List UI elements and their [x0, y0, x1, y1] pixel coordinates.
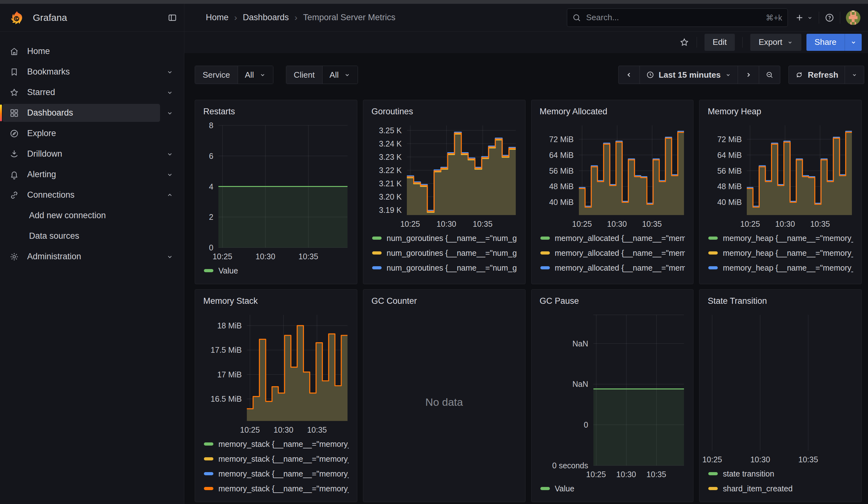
- legend-item[interactable]: num_goroutines {__name__="num_go: [372, 277, 517, 279]
- y-axis-tick-label: 2: [209, 213, 213, 222]
- help-button[interactable]: [825, 13, 834, 22]
- sidebar-item-drilldown[interactable]: Drilldown: [2, 145, 160, 163]
- sidebar-row-home: Home: [2, 42, 179, 60]
- legend-item[interactable]: memory_stack {__name__="memory_s: [204, 453, 349, 465]
- new-menu-button[interactable]: [795, 13, 813, 22]
- legend-item[interactable]: Value: [540, 483, 685, 495]
- share-button[interactable]: Share: [806, 34, 845, 51]
- refresh-button[interactable]: Refresh: [788, 66, 845, 84]
- refresh-icon: [795, 71, 803, 79]
- sidebar-item-label: Starred: [27, 88, 55, 97]
- legend-item[interactable]: memory_allocated {__name__="memo: [540, 247, 685, 259]
- plot-region[interactable]: [579, 125, 684, 215]
- edit-button[interactable]: Edit: [704, 34, 735, 51]
- sidebar-item-home[interactable]: Home: [2, 42, 179, 60]
- plot-region[interactable]: [747, 125, 852, 215]
- sidebar-item-administration[interactable]: Administration: [2, 248, 160, 266]
- legend-item[interactable]: state transition: [708, 468, 853, 480]
- chart-area: 72 MiB64 MiB56 MiB48 MiB40 MiB: [540, 125, 685, 215]
- panel-title[interactable]: GC Counter: [372, 295, 517, 307]
- x-axis: 10:2510:3010:35: [747, 216, 852, 229]
- client-filter[interactable]: Client All: [286, 66, 358, 84]
- legend-item[interactable]: memory_stack {__name__="memory_s: [204, 438, 349, 450]
- legend-item[interactable]: memory_allocated {__name__="memo: [540, 262, 685, 274]
- x-axis-tick-label: 10:25: [240, 425, 260, 434]
- sidebar-item-data-sources[interactable]: Data sources: [2, 227, 179, 245]
- sidebar-expand-toggle-alerting[interactable]: [160, 165, 179, 184]
- favorite-star-button[interactable]: [680, 38, 689, 47]
- time-range-picker-button[interactable]: Last 15 minutes: [640, 66, 738, 84]
- sidebar-expand-toggle-starred[interactable]: [160, 83, 179, 101]
- sidebar-item-connections[interactable]: Connections: [2, 186, 160, 204]
- service-filter-value[interactable]: All: [238, 66, 273, 84]
- user-avatar[interactable]: [846, 10, 860, 25]
- sidebar-item-explore[interactable]: Explore: [2, 124, 179, 142]
- sidebar-item-alerting[interactable]: Alerting: [2, 165, 160, 184]
- panel-title[interactable]: State Transition: [707, 295, 853, 307]
- y-axis-tick-label: 17.5 MiB: [210, 346, 242, 354]
- legend-item[interactable]: memory_heap {__name__="memory_h: [708, 262, 853, 274]
- share-button-group: Share: [806, 34, 862, 51]
- time-shift-back-button[interactable]: [618, 66, 640, 84]
- breadcrumb-dashboards[interactable]: Dashboards: [243, 13, 289, 22]
- panel-legend: num_goroutines {__name__="num_gonum_goro…: [372, 232, 517, 279]
- export-button[interactable]: Export: [750, 34, 801, 51]
- time-shift-forward-button[interactable]: [738, 66, 759, 84]
- sidebar-item-starred[interactable]: Starred: [2, 83, 160, 101]
- panel-gc-pause: GC PauseNaNNaN00 seconds10:2510:3010:35V…: [531, 289, 694, 502]
- legend-item[interactable]: memory_heap {__name__="memory_h: [708, 232, 853, 244]
- zoom-out-time-button[interactable]: [759, 66, 780, 84]
- panel-title[interactable]: Restarts: [203, 106, 349, 117]
- sidebar-expand-toggle-bookmarks[interactable]: [160, 63, 179, 81]
- sidebar-expand-toggle-dashboards[interactable]: [160, 104, 179, 122]
- legend-item[interactable]: num_goroutines {__name__="num_go: [372, 232, 517, 244]
- topbar-actions: [795, 10, 860, 25]
- chart-svg: [707, 315, 852, 451]
- legend-item[interactable]: memory_stack {__name__="memory_s: [204, 483, 349, 495]
- sidebar-item-bookmarks[interactable]: Bookmarks: [2, 63, 160, 81]
- service-filter[interactable]: Service All: [195, 66, 273, 84]
- y-axis-tick-label: 0 seconds: [552, 461, 588, 470]
- legend-item[interactable]: memory_heap {__name__="memory_h: [708, 247, 853, 259]
- plot-region[interactable]: [218, 125, 348, 248]
- plot-region[interactable]: [707, 315, 852, 451]
- legend-item[interactable]: memory_allocated {__name__="memo: [540, 232, 685, 244]
- legend-item[interactable]: memory_stack {__name__="memory_s: [204, 468, 349, 480]
- mega-menu-toggle-button[interactable]: [168, 13, 177, 22]
- panel-title[interactable]: Goroutines: [372, 106, 517, 117]
- refresh-interval-button[interactable]: [845, 66, 864, 84]
- client-filter-selected: All: [330, 70, 339, 80]
- client-filter-value[interactable]: All: [323, 66, 358, 84]
- panel-title[interactable]: Memory Allocated: [540, 106, 685, 117]
- search-input[interactable]: [567, 9, 788, 27]
- share-options-button[interactable]: [845, 34, 862, 51]
- chevron-right-icon: [744, 71, 753, 79]
- y-axis-tick-label: 3.25 K: [379, 126, 402, 135]
- legend-item[interactable]: num_goroutines {__name__="num_go: [372, 247, 517, 259]
- sidebar-row-bookmarks: Bookmarks: [2, 63, 179, 81]
- chart-svg: [593, 315, 684, 465]
- breadcrumb-home[interactable]: Home: [206, 13, 228, 22]
- panel-title[interactable]: Memory Stack: [203, 295, 349, 307]
- x-axis: 10:2510:3010:35: [247, 422, 348, 435]
- legend-item[interactable]: Value: [204, 265, 349, 277]
- legend-item[interactable]: shard_item_created: [708, 483, 853, 495]
- legend-series-label: memory_allocated {__name__="memo: [555, 248, 685, 258]
- plot-region[interactable]: [247, 315, 348, 421]
- sidebar-item-add-new-connection[interactable]: Add new connection: [2, 207, 179, 225]
- sidebar-expand-toggle-administration[interactable]: [160, 248, 179, 266]
- sidebar-expand-toggle-connections[interactable]: [160, 186, 179, 204]
- plot-region[interactable]: [593, 315, 684, 465]
- y-axis-tick-label: 18 MiB: [217, 321, 242, 330]
- panel-title[interactable]: Memory Heap: [707, 106, 853, 117]
- panel-memory-heap: Memory Heap72 MiB64 MiB56 MiB48 MiB40 Mi…: [699, 100, 862, 284]
- y-axis-tick-label: 16.5 MiB: [210, 394, 242, 404]
- legend-item[interactable]: num_goroutines {__name__="num_go: [372, 262, 517, 274]
- legend-item[interactable]: memory_heap {__name__="memory_h: [708, 277, 853, 279]
- sidebar-item-dashboards[interactable]: Dashboards: [2, 104, 160, 122]
- legend-item[interactable]: memory_allocated {__name__="memo: [540, 277, 685, 279]
- plot-region[interactable]: [407, 125, 516, 215]
- panel-title[interactable]: GC Pause: [540, 295, 685, 307]
- sidebar-item-label: Alerting: [27, 169, 56, 179]
- sidebar-expand-toggle-drilldown[interactable]: [160, 145, 179, 163]
